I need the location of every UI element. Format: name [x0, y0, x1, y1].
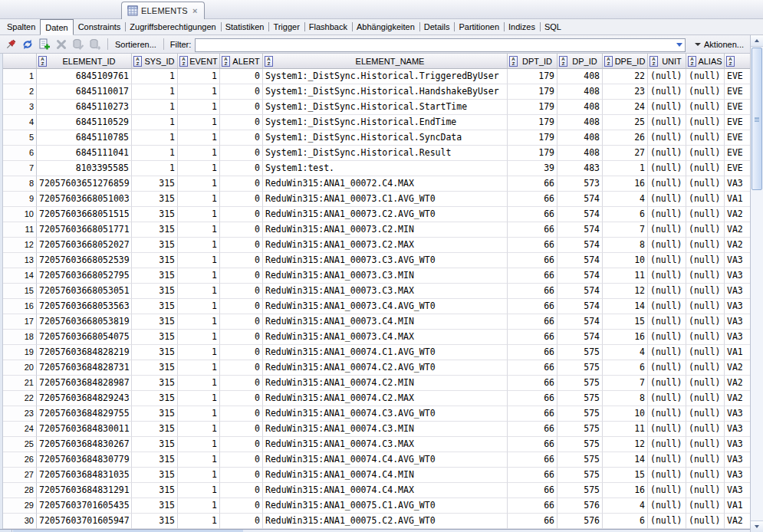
grid-cell[interactable]: 1 — [178, 360, 220, 376]
grid-cell[interactable]: (null) — [648, 192, 686, 207]
grid-cell[interactable]: 6845111041 — [37, 146, 132, 161]
grid-cell[interactable]: 408 — [557, 146, 603, 161]
grid-cell[interactable]: VA3 — [725, 468, 751, 483]
grid-cell[interactable]: (null) — [648, 161, 686, 176]
grid-cell[interactable]: (null) — [686, 483, 725, 498]
grid-cell[interactable]: 315 — [132, 192, 178, 207]
vertical-scrollbar-thumb[interactable] — [751, 48, 762, 190]
grid-cell[interactable]: 0 — [220, 514, 263, 529]
grid-cell[interactable]: 315 — [132, 391, 178, 406]
horizontal-scrollbar[interactable] — [0, 529, 750, 532]
grid-cell[interactable]: 8 — [603, 391, 648, 406]
grid-cell[interactable]: (null) — [648, 146, 686, 161]
grid-cell[interactable]: (null) — [648, 176, 686, 192]
grid-cell[interactable]: System1:_DistSync.Historical.HandshakeBy… — [263, 84, 508, 100]
grid-cell[interactable]: ReduWin315:ANA1_00074.C1.AVG_WT0 — [263, 345, 508, 360]
grid-cell[interactable]: ReduWin315:ANA1_00073.C4.AVG_WT0 — [263, 299, 508, 314]
grid-cell[interactable]: ReduWin315:ANA1_00073.C2.MAX — [263, 238, 508, 253]
grid-cell[interactable]: 1 — [178, 253, 220, 268]
grid-cell[interactable]: 4 — [603, 192, 648, 207]
grid-cell[interactable]: (null) — [648, 207, 686, 222]
grid-cell[interactable]: 0 — [220, 391, 263, 406]
grid-cell[interactable]: ReduWin315:ANA1_00074.C4.MIN — [263, 468, 508, 483]
grid-cell[interactable]: 315 — [132, 483, 178, 498]
grid-cell[interactable]: 72057603684829243 — [37, 391, 132, 406]
grid-cell[interactable]: 0 — [220, 422, 263, 437]
rollback-icon[interactable] — [87, 37, 103, 52]
grid-cell[interactable]: 26 — [603, 130, 648, 146]
grid-cell[interactable]: 66 — [508, 299, 557, 314]
grid-cell[interactable]: (null) — [648, 360, 686, 376]
grid-cell[interactable]: 574 — [557, 253, 603, 268]
grid-cell[interactable]: 66 — [508, 238, 557, 253]
grid-cell[interactable]: 315 — [132, 330, 178, 345]
grid-cell[interactable]: 6845110529 — [37, 115, 132, 130]
grid-cell[interactable]: 179 — [508, 130, 557, 146]
sort-az-icon[interactable]: AZ — [604, 56, 613, 67]
column-header-dp_id[interactable]: AZDP_ID — [557, 54, 603, 69]
grid-cell[interactable]: 1 — [178, 498, 220, 514]
grid-cell[interactable]: 575 — [557, 437, 603, 452]
tab-spalten[interactable]: Spalten — [2, 19, 40, 34]
grid-cell[interactable]: 1 — [178, 345, 220, 360]
grid-cell[interactable]: (null) — [686, 514, 725, 529]
grid-cell[interactable]: (null) — [648, 391, 686, 406]
grid-cell[interactable]: 6845110785 — [37, 130, 132, 146]
grid-cell[interactable]: (null) — [686, 345, 725, 360]
grid-cell[interactable]: ReduWin315:ANA1_00075.C2.AVG_WT0 — [263, 514, 508, 529]
grid-cell[interactable]: 315 — [132, 176, 178, 192]
grid-cell[interactable]: 0 — [220, 146, 263, 161]
grid-cell[interactable]: 1 — [178, 391, 220, 406]
grid-cell[interactable]: 0 — [220, 207, 263, 222]
grid-cell[interactable]: 315 — [132, 452, 178, 468]
sort-az-icon[interactable]: AZ — [688, 56, 696, 67]
grid-cell[interactable]: 574 — [557, 299, 603, 314]
grid-cell[interactable]: 0 — [220, 452, 263, 468]
sort-az-icon[interactable]: AZ — [179, 56, 188, 67]
grid-cell[interactable]: (null) — [686, 84, 725, 100]
grid-cell[interactable]: 1 — [178, 468, 220, 483]
grid-cell[interactable]: VA3 — [725, 314, 751, 330]
grid-cell[interactable]: (null) — [648, 330, 686, 345]
grid-cell[interactable]: (null) — [686, 268, 725, 284]
grid-cell[interactable]: VA1 — [725, 498, 751, 514]
grid-cell[interactable]: (null) — [648, 84, 686, 100]
grid-cell[interactable]: 11 — [603, 268, 648, 284]
grid-cell[interactable]: 16 — [603, 330, 648, 345]
grid-cell[interactable]: 66 — [508, 253, 557, 268]
grid-cell[interactable]: 315 — [132, 253, 178, 268]
grid-cell[interactable]: VA3 — [725, 176, 751, 192]
grid-cell[interactable]: 24 — [603, 100, 648, 115]
grid-cell[interactable]: VA2 — [725, 376, 751, 391]
grid-cell[interactable]: 1 — [178, 130, 220, 146]
grid-cell[interactable]: 1 — [178, 146, 220, 161]
grid-cell[interactable]: 66 — [508, 498, 557, 514]
grid-cell[interactable]: VA3 — [725, 330, 751, 345]
grid-cell[interactable]: 574 — [557, 314, 603, 330]
grid-cell[interactable]: EVE — [725, 84, 751, 100]
grid-cell[interactable]: VA2 — [725, 514, 751, 529]
grid-cell[interactable]: 0 — [220, 360, 263, 376]
grid-cell[interactable]: 7 — [603, 376, 648, 391]
grid-cell[interactable]: (null) — [686, 130, 725, 146]
grid-cell[interactable]: VA3 — [725, 284, 751, 299]
grid-cell[interactable]: 72057603684831035 — [37, 468, 132, 483]
grid-cell[interactable]: 315 — [132, 314, 178, 330]
grid-cell[interactable]: (null) — [648, 514, 686, 529]
grid-cell[interactable]: 574 — [557, 192, 603, 207]
grid-cell[interactable]: 1 — [178, 192, 220, 207]
grid-cell[interactable]: EVE — [725, 146, 751, 161]
sort-az-icon[interactable]: AZ — [559, 56, 567, 67]
grid-cell[interactable]: ReduWin315:ANA1_00074.C4.AVG_WT0 — [263, 452, 508, 468]
sort-az-icon[interactable]: AZ — [650, 56, 658, 67]
grid-cell[interactable]: 6 — [603, 207, 648, 222]
grid-cell[interactable]: 408 — [557, 69, 603, 84]
grid-cell[interactable]: (null) — [648, 437, 686, 452]
column-header-alias[interactable]: AZALIAS — [686, 54, 725, 69]
grid-cell[interactable]: 0 — [220, 468, 263, 483]
grid-cell[interactable]: 574 — [557, 222, 603, 238]
grid-cell[interactable]: 315 — [132, 360, 178, 376]
grid-cell[interactable]: 483 — [557, 161, 603, 176]
grid-cell[interactable]: (null) — [648, 268, 686, 284]
column-header-dpt_id[interactable]: AZDPT_ID — [508, 54, 557, 69]
